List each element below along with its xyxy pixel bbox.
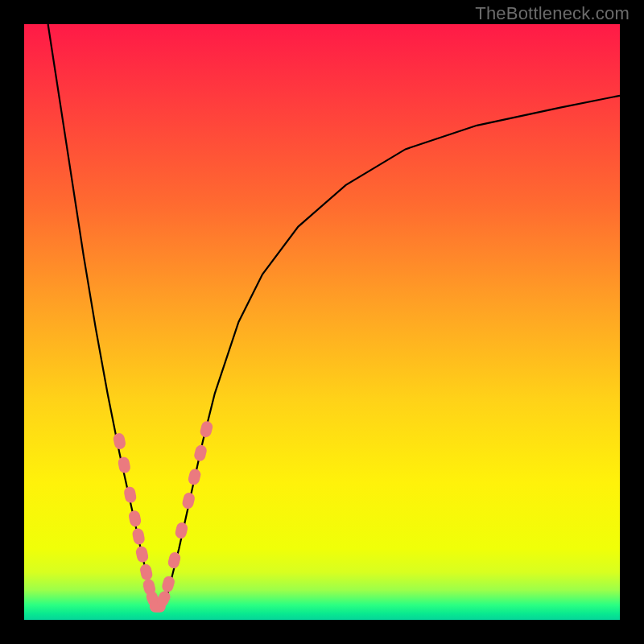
bead-marker xyxy=(117,456,131,473)
bead-marker xyxy=(139,564,154,582)
bead-marker xyxy=(174,522,188,540)
bead-group xyxy=(113,420,214,613)
plot-area xyxy=(24,24,620,620)
bead-marker xyxy=(199,420,213,439)
bead-marker xyxy=(187,468,201,486)
bead-marker xyxy=(123,485,138,503)
bead-marker xyxy=(181,492,196,510)
bead-marker xyxy=(167,551,181,570)
bead-marker xyxy=(128,510,142,527)
bead-marker xyxy=(161,575,176,593)
watermark-text: TheBottleneck.com xyxy=(475,3,630,24)
bead-marker xyxy=(193,444,208,462)
bead-marker xyxy=(131,527,146,545)
bead-marker xyxy=(113,432,127,450)
bead-marker xyxy=(135,545,150,564)
curve-svg xyxy=(24,24,620,620)
outer-frame: TheBottleneck.com xyxy=(0,0,644,644)
